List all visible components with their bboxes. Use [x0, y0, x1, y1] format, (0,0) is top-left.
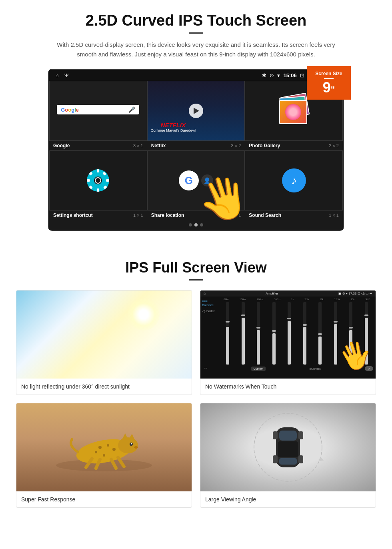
- svg-rect-3: [97, 169, 99, 172]
- music-note-icon: ♪: [282, 168, 306, 192]
- screen-size-label: Screen Size: [311, 71, 347, 76]
- flower-image: [285, 104, 301, 120]
- play-button[interactable]: [189, 104, 203, 118]
- feature-car-caption: Large Viewing Angle: [200, 491, 376, 507]
- car-image: [200, 403, 376, 491]
- device-wrapper: Screen Size 9" ⌂ Ψ ✱ ⊙ ▾ 15:06 ⊡ ◁: [48, 69, 344, 231]
- eq-bar-4: [272, 302, 276, 365]
- cell-label-row2: Settings shortcut 1 × 1 Share location 1…: [49, 210, 343, 220]
- svg-marker-15: [129, 434, 134, 439]
- sound-search-cell[interactable]: ♪: [245, 150, 343, 210]
- svg-point-23: [103, 454, 105, 457]
- svg-rect-6: [106, 179, 109, 182]
- dot-1[interactable]: [189, 223, 192, 226]
- settings-cell-inner: [50, 151, 147, 210]
- pagination-dots: [49, 220, 343, 230]
- feature-grid: No light reflecting under 360° direct su…: [16, 290, 376, 508]
- google-app-cell[interactable]: Google 🎤: [49, 81, 147, 141]
- cheetah-svg: [52, 423, 156, 471]
- eq-home-icon: ⌂: [204, 292, 206, 295]
- section-curved-screen: 2.5D Curved IPS Touch Screen With 2.5D c…: [0, 0, 392, 239]
- status-time: 15:06: [283, 72, 296, 78]
- svg-point-13: [118, 437, 138, 453]
- google-label: Google 3 × 1: [49, 141, 147, 150]
- camera-icon[interactable]: ⊡: [300, 72, 304, 78]
- photo-label: Photo Gallery 2 × 2: [245, 141, 343, 150]
- eq-sidebar: ≡≡≡Balance ◁) Fader: [200, 297, 218, 365]
- cell-label-row1: Google 3 × 1 Netflix 3 × 2 Photo Gallery…: [49, 141, 343, 150]
- google-app-name: Google: [53, 143, 70, 148]
- dot-3[interactable]: [200, 223, 203, 226]
- photo-app-name: Photo Gallery: [249, 143, 280, 148]
- badge-divider: [324, 78, 334, 79]
- share-app-name: Share location: [151, 212, 184, 218]
- section-ips: IPS Full Screen View No light reflecting…: [0, 247, 392, 520]
- feature-sunlight-caption: No light reflecting under 360° direct su…: [16, 379, 192, 395]
- svg-point-19: [98, 446, 102, 449]
- eq-main: 60hz100hz200hz500hz1k 2.5k10k12.5k15kSUB: [218, 297, 376, 365]
- google-app-size: 3 × 1: [133, 143, 143, 148]
- sunlight-image: [16, 291, 192, 379]
- feature-cheetah-caption: Super Fast Response: [16, 491, 192, 507]
- svg-marker-14: [122, 433, 128, 439]
- screen-size-badge: Screen Size 9": [307, 66, 351, 100]
- eq-custom-btn[interactable]: Custom: [251, 367, 266, 371]
- svg-rect-4: [97, 188, 99, 192]
- sound-app-name: Sound Search: [249, 212, 281, 218]
- usb-icon: Ψ: [64, 72, 69, 78]
- svg-point-17: [131, 443, 132, 445]
- feature-cheetah: Super Fast Response: [16, 403, 192, 508]
- settings-app-name: Settings shortcut: [53, 212, 93, 218]
- eq-bar-6: [303, 302, 306, 365]
- device-mockup: Screen Size 9" ⌂ Ψ ✱ ⊙ ▾ 15:06 ⊡ ◁: [48, 69, 344, 231]
- gear-icon: [86, 168, 110, 192]
- google-search-bar[interactable]: Google 🎤: [57, 105, 139, 114]
- netflix-subtitle: Continue Marvel's Daredevil: [151, 128, 196, 132]
- location-icon: ⊙: [270, 72, 274, 78]
- photo-main: [279, 100, 307, 124]
- eq-bar-2: [242, 302, 245, 365]
- title-divider: [189, 32, 203, 34]
- feature-equalizer: ⌂ Amplifier ▣ ⊙ ▾ 17:33 ⊡ ◁) ▭ ↩ ≡≡≡Bala…: [200, 290, 376, 395]
- netflix-app-size: 3 × 2: [231, 143, 241, 148]
- settings-icon-container: [86, 168, 110, 192]
- netflix-app-name: Netflix: [151, 143, 166, 148]
- share-location-cell[interactable]: G 👤 🖐: [147, 150, 245, 210]
- dot-2[interactable]: [194, 223, 198, 226]
- svg-point-22: [112, 448, 116, 451]
- status-left: ⌂ Ψ: [56, 72, 69, 78]
- eq-bar-7: [318, 302, 322, 365]
- home-icon[interactable]: ⌂: [56, 72, 59, 78]
- sound-app-size: 1 × 1: [329, 213, 339, 218]
- eq-body: ≡≡≡Balance ◁) Fader 60hz100hz200hz500hz1…: [200, 297, 376, 365]
- netflix-logo: NETFLIX: [151, 122, 196, 128]
- car-container: [248, 407, 328, 487]
- eq-status-bar: ⌂ Amplifier ▣ ⊙ ▾ 17:33 ⊡ ◁) ▭ ↩: [200, 291, 376, 297]
- eq-frequency-labels: 60hz100hz200hz500hz1k 2.5k10k12.5k15kSUB: [218, 297, 376, 302]
- feature-car: Large Viewing Angle: [200, 403, 376, 508]
- settings-app-cell[interactable]: [49, 150, 147, 210]
- sun-flare: [128, 299, 160, 331]
- settings-label: Settings shortcut 1 × 1: [49, 210, 147, 220]
- eq-bar-8: [334, 302, 337, 365]
- google-cell-inner: Google 🎤: [50, 81, 147, 140]
- netflix-app-cell[interactable]: NETFLIX Continue Marvel's Daredevil: [147, 81, 245, 141]
- app-grid-row2: G 👤 🖐 ♪: [49, 150, 343, 210]
- section2-title: IPS Full Screen View: [16, 259, 376, 276]
- car-rotation-arrows: [248, 407, 328, 487]
- status-bar: ⌂ Ψ ✱ ⊙ ▾ 15:06 ⊡ ◁) ✗ ▭ ↩: [49, 70, 343, 81]
- svg-point-21: [95, 451, 97, 453]
- equalizer-image: ⌂ Amplifier ▣ ⊙ ▾ 17:33 ⊡ ◁) ▭ ↩ ≡≡≡Bala…: [200, 291, 376, 379]
- sound-cell-inner: ♪: [245, 151, 342, 210]
- bluetooth-icon: ✱: [262, 72, 266, 78]
- photo-app-size: 2 × 2: [329, 143, 339, 148]
- svg-rect-5: [87, 179, 90, 182]
- section1-description: With 2.5D curved-display screen, this de…: [52, 40, 340, 59]
- wifi-icon: ▾: [277, 72, 280, 78]
- mic-icon[interactable]: 🎤: [128, 106, 135, 113]
- screen-size-number: 9": [323, 79, 335, 96]
- netflix-overlay: NETFLIX Continue Marvel's Daredevil: [151, 122, 196, 132]
- svg-point-28: [254, 413, 322, 481]
- eq-bar-1: [226, 302, 229, 365]
- settings-app-size: 1 × 1: [133, 213, 143, 218]
